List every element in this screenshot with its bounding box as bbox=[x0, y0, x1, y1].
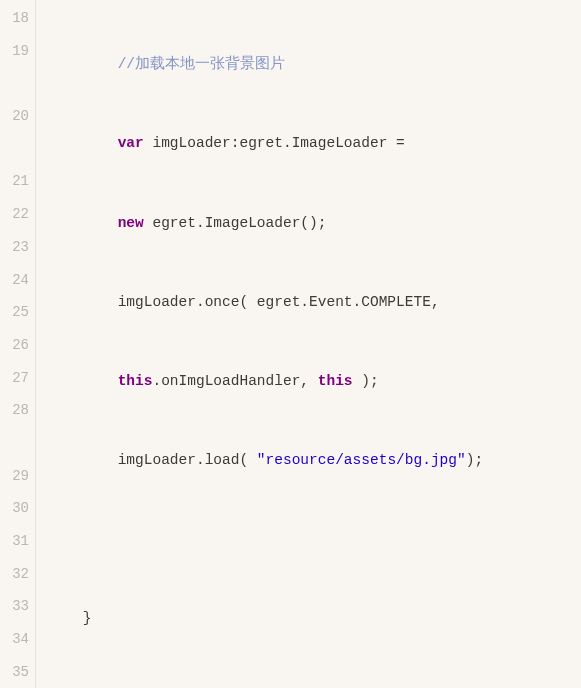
line-number: 35 bbox=[0, 656, 29, 688]
line-number: 25 bbox=[0, 296, 29, 329]
line-number: 23 bbox=[0, 231, 29, 264]
line-number bbox=[0, 67, 29, 100]
keyword: this bbox=[318, 373, 353, 389]
line-number-gutter: 18 19 20 21 22 23 24 25 26 27 28 29 30 3… bbox=[0, 0, 36, 688]
line-number: 34 bbox=[0, 623, 29, 656]
keyword: var bbox=[118, 135, 144, 151]
line-number: 29 bbox=[0, 460, 29, 493]
string-literal: "resource/assets/bg.jpg" bbox=[257, 452, 466, 468]
line-number: 27 bbox=[0, 362, 29, 395]
line-number: 26 bbox=[0, 329, 29, 362]
line-number: 32 bbox=[0, 558, 29, 591]
line-number: 31 bbox=[0, 525, 29, 558]
line-number: 18 bbox=[0, 2, 29, 35]
line-number: 20 bbox=[0, 100, 29, 133]
code-line: } bbox=[48, 602, 581, 635]
line-number bbox=[0, 133, 29, 166]
keyword: new bbox=[118, 215, 144, 231]
code-line bbox=[48, 523, 581, 556]
line-number: 33 bbox=[0, 590, 29, 623]
code-line: imgLoader.once( egret.Event.COMPLETE, bbox=[48, 286, 581, 319]
code-line: //加载本地一张背景图片 bbox=[48, 48, 581, 81]
code-line bbox=[48, 681, 581, 688]
code-line: var imgLoader:egret.ImageLoader = bbox=[48, 127, 581, 160]
line-number bbox=[0, 427, 29, 460]
line-number: 24 bbox=[0, 264, 29, 297]
line-number: 30 bbox=[0, 492, 29, 525]
line-number: 22 bbox=[0, 198, 29, 231]
code-line: imgLoader.load( "resource/assets/bg.jpg"… bbox=[48, 444, 581, 477]
line-number: 19 bbox=[0, 35, 29, 68]
line-number: 21 bbox=[0, 165, 29, 198]
line-number: 28 bbox=[0, 394, 29, 427]
code-area[interactable]: //加载本地一张背景图片 var imgLoader:egret.ImageLo… bbox=[36, 0, 581, 688]
code-editor: 18 19 20 21 22 23 24 25 26 27 28 29 30 3… bbox=[0, 0, 581, 688]
code-line: this.onImgLoadHandler, this ); bbox=[48, 365, 581, 398]
code-line: new egret.ImageLoader(); bbox=[48, 207, 581, 240]
keyword: this bbox=[118, 373, 153, 389]
comment-text: //加载本地一张背景图片 bbox=[118, 56, 285, 72]
